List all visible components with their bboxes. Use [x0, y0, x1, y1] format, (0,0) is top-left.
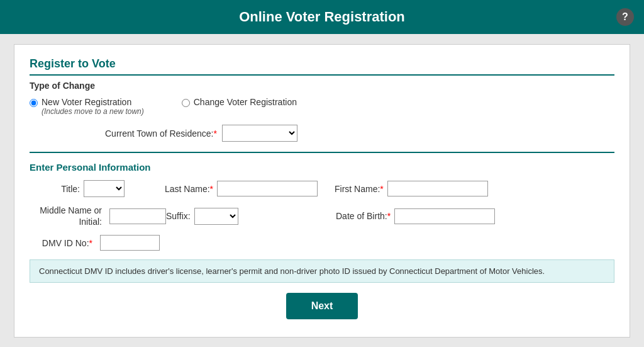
title-group: Title: Mr. Mrs. Ms. Dr.: [30, 180, 165, 197]
new-voter-label: New Voter Registration: [42, 97, 144, 107]
middle-name-input[interactable]: [109, 208, 166, 224]
change-voter-option[interactable]: Change Voter Registration: [182, 97, 297, 107]
page-header: Online Voter Registration ?: [0, 0, 644, 34]
town-row: Current Town of Residence:*: [105, 125, 614, 142]
register-title: Register to Vote: [30, 57, 614, 76]
new-voter-radio[interactable]: [30, 99, 38, 107]
info-notice: Connecticut DMV ID includes driver's lic…: [30, 259, 614, 283]
new-voter-sub-label: (Includes move to a new town): [42, 107, 144, 116]
title-select[interactable]: Mr. Mrs. Ms. Dr.: [84, 180, 125, 197]
main-content: Register to Vote Type of Change New Vote…: [0, 34, 644, 347]
change-voter-radio[interactable]: [182, 99, 190, 107]
town-label: Current Town of Residence:*: [105, 128, 217, 139]
dob-input[interactable]: [394, 208, 495, 224]
dob-group: Date of Birth:*: [336, 208, 495, 224]
dmv-group: DMV ID No:*: [30, 235, 165, 251]
registration-type-group: New Voter Registration (Includes move to…: [30, 97, 614, 116]
page-title: Online Voter Registration: [239, 9, 405, 25]
suffix-label: Suffix:: [166, 211, 191, 221]
title-label: Title:: [30, 184, 80, 194]
name-row-1: Title: Mr. Mrs. Ms. Dr. Last Name:*: [30, 180, 614, 197]
first-name-group: First Name:*: [335, 181, 488, 196]
form-card: Register to Vote Type of Change New Vote…: [14, 44, 630, 338]
new-voter-option[interactable]: New Voter Registration (Includes move to…: [30, 97, 144, 116]
suffix-select[interactable]: Jr. Sr. II III IV: [194, 208, 238, 225]
change-voter-label: Change Voter Registration: [194, 97, 297, 107]
first-name-label: First Name:*: [335, 184, 384, 194]
dob-label: Date of Birth:*: [336, 211, 391, 221]
type-of-change-label: Type of Change: [30, 81, 614, 91]
dmv-input[interactable]: [100, 235, 160, 251]
last-name-label: Last Name:*: [165, 184, 213, 194]
personal-info-section: Enter Personal Information Title: Mr. Mr…: [30, 152, 614, 251]
name-row-2: Middle Name orInitial: Suffix: Jr. Sr. I…: [30, 205, 614, 227]
dmv-row: DMV ID No:*: [30, 235, 614, 251]
help-button[interactable]: ?: [616, 8, 634, 26]
type-of-change-section: Type of Change New Voter Registration (I…: [30, 81, 614, 142]
town-select[interactable]: [222, 125, 297, 142]
dmv-label: DMV ID No:*: [30, 238, 92, 248]
first-name-input[interactable]: [387, 181, 488, 196]
help-icon: ?: [622, 11, 628, 23]
middle-name-group: Middle Name orInitial:: [30, 205, 166, 227]
next-button[interactable]: Next: [286, 293, 358, 319]
last-name-group: Last Name:*: [165, 181, 335, 196]
personal-info-title: Enter Personal Information: [30, 162, 614, 173]
last-name-input[interactable]: [217, 181, 318, 196]
next-btn-row: Next: [30, 293, 614, 319]
suffix-group: Suffix: Jr. Sr. II III IV: [166, 208, 336, 225]
middle-name-label: Middle Name orInitial:: [30, 205, 102, 227]
town-required-star: *: [214, 128, 217, 139]
